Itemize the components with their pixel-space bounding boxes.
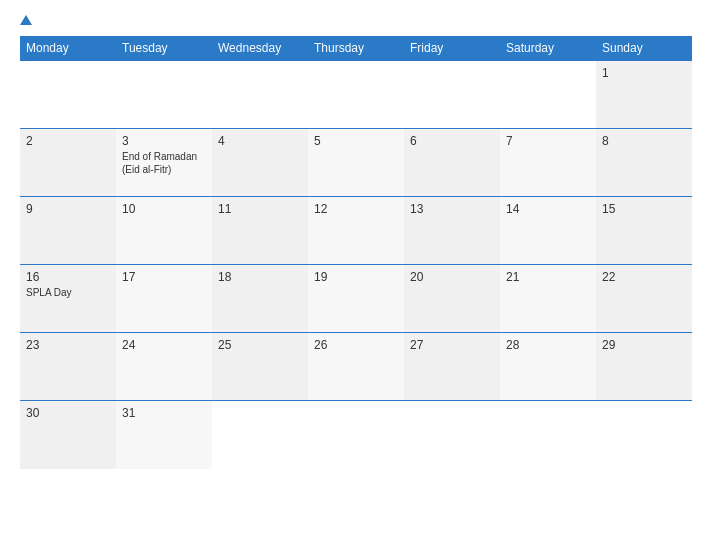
- calendar-cell: 16SPLA Day: [20, 265, 116, 333]
- calendar-cell: [500, 61, 596, 129]
- calendar-cell: [308, 401, 404, 469]
- calendar-cell: 29: [596, 333, 692, 401]
- weekday-header-row: MondayTuesdayWednesdayThursdayFridaySatu…: [20, 36, 692, 61]
- day-event: SPLA Day: [26, 286, 110, 299]
- day-number: 15: [602, 202, 686, 216]
- calendar-cell: 25: [212, 333, 308, 401]
- calendar-cell: 6: [404, 129, 500, 197]
- logo-blue-text: [20, 15, 35, 26]
- calendar-cell: 21: [500, 265, 596, 333]
- day-number: 14: [506, 202, 590, 216]
- calendar-cell: [404, 401, 500, 469]
- calendar-cell: 31: [116, 401, 212, 469]
- day-number: 3: [122, 134, 206, 148]
- weekday-header-wednesday: Wednesday: [212, 36, 308, 61]
- calendar-week-row: 16SPLA Day171819202122: [20, 265, 692, 333]
- calendar-cell: 12: [308, 197, 404, 265]
- calendar-cell: [116, 61, 212, 129]
- calendar-cell: 9: [20, 197, 116, 265]
- calendar-cell: [212, 401, 308, 469]
- day-number: 27: [410, 338, 494, 352]
- weekday-header-monday: Monday: [20, 36, 116, 61]
- day-number: 22: [602, 270, 686, 284]
- calendar-table: MondayTuesdayWednesdayThursdayFridaySatu…: [20, 36, 692, 469]
- day-number: 2: [26, 134, 110, 148]
- calendar-cell: 3End of Ramadan (Eid al-Fitr): [116, 129, 212, 197]
- calendar-week-row: 1: [20, 61, 692, 129]
- day-number: 18: [218, 270, 302, 284]
- calendar-cell: 30: [20, 401, 116, 469]
- calendar-week-row: 9101112131415: [20, 197, 692, 265]
- day-number: 12: [314, 202, 398, 216]
- day-number: 28: [506, 338, 590, 352]
- calendar-cell: [404, 61, 500, 129]
- day-number: 26: [314, 338, 398, 352]
- calendar-cell: 27: [404, 333, 500, 401]
- day-number: 6: [410, 134, 494, 148]
- logo-triangle-icon: [20, 15, 32, 25]
- day-number: 29: [602, 338, 686, 352]
- day-number: 20: [410, 270, 494, 284]
- day-number: 21: [506, 270, 590, 284]
- calendar-cell: 17: [116, 265, 212, 333]
- calendar-cell: 19: [308, 265, 404, 333]
- day-number: 5: [314, 134, 398, 148]
- day-number: 7: [506, 134, 590, 148]
- calendar-cell: 5: [308, 129, 404, 197]
- day-number: 1: [602, 66, 686, 80]
- calendar-week-row: 23242526272829: [20, 333, 692, 401]
- weekday-header-sunday: Sunday: [596, 36, 692, 61]
- weekday-header-saturday: Saturday: [500, 36, 596, 61]
- calendar-cell: 2: [20, 129, 116, 197]
- day-number: 9: [26, 202, 110, 216]
- day-number: 25: [218, 338, 302, 352]
- calendar-cell: [308, 61, 404, 129]
- weekday-header-thursday: Thursday: [308, 36, 404, 61]
- day-number: 30: [26, 406, 110, 420]
- calendar-cell: 24: [116, 333, 212, 401]
- day-number: 8: [602, 134, 686, 148]
- day-number: 13: [410, 202, 494, 216]
- calendar-week-row: 23End of Ramadan (Eid al-Fitr)45678: [20, 129, 692, 197]
- calendar-cell: [596, 401, 692, 469]
- calendar-cell: [212, 61, 308, 129]
- calendar-week-row: 3031: [20, 401, 692, 469]
- day-number: 4: [218, 134, 302, 148]
- day-number: 10: [122, 202, 206, 216]
- weekday-header-tuesday: Tuesday: [116, 36, 212, 61]
- calendar-cell: 8: [596, 129, 692, 197]
- calendar-cell: 13: [404, 197, 500, 265]
- calendar-cell: 26: [308, 333, 404, 401]
- calendar-cell: 11: [212, 197, 308, 265]
- calendar-cell: 7: [500, 129, 596, 197]
- day-number: 23: [26, 338, 110, 352]
- calendar-cell: 10: [116, 197, 212, 265]
- day-event: End of Ramadan (Eid al-Fitr): [122, 150, 206, 176]
- day-number: 17: [122, 270, 206, 284]
- day-number: 24: [122, 338, 206, 352]
- day-number: 11: [218, 202, 302, 216]
- calendar-cell: [500, 401, 596, 469]
- day-number: 31: [122, 406, 206, 420]
- calendar-cell: 14: [500, 197, 596, 265]
- day-number: 16: [26, 270, 110, 284]
- logo: [20, 15, 35, 26]
- weekday-header-friday: Friday: [404, 36, 500, 61]
- day-number: 19: [314, 270, 398, 284]
- calendar-cell: 15: [596, 197, 692, 265]
- calendar-cell: [20, 61, 116, 129]
- calendar-cell: 18: [212, 265, 308, 333]
- calendar-cell: 28: [500, 333, 596, 401]
- calendar-cell: 22: [596, 265, 692, 333]
- calendar-cell: 4: [212, 129, 308, 197]
- calendar-page: MondayTuesdayWednesdayThursdayFridaySatu…: [0, 0, 712, 550]
- calendar-cell: 20: [404, 265, 500, 333]
- calendar-cell: 23: [20, 333, 116, 401]
- calendar-cell: 1: [596, 61, 692, 129]
- header: [20, 15, 692, 26]
